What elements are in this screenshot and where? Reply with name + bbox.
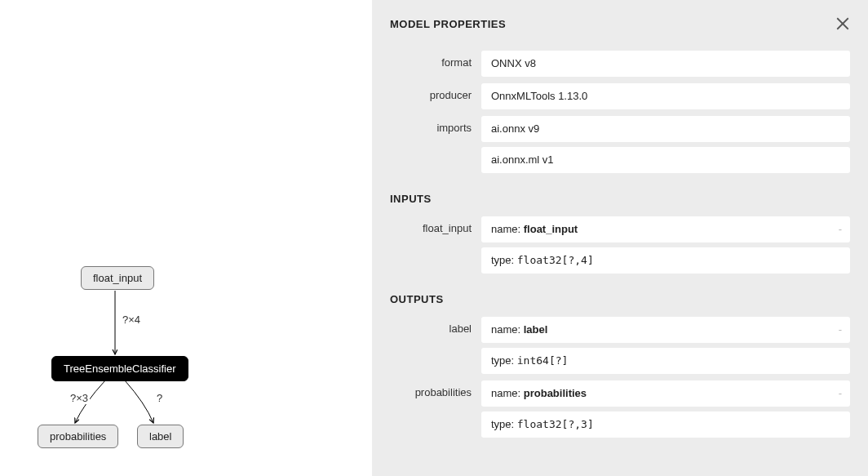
type-value: float32[?,3] [517, 418, 594, 430]
meta-value-producer[interactable]: OnnxMLTools 1.13.0 [481, 83, 850, 109]
output-row-probabilities: probabilities name: probabilities - type… [390, 380, 850, 438]
input-name-float-input[interactable]: name: float_input - [481, 216, 850, 242]
graph-node-input[interactable]: float_input [81, 266, 154, 290]
panel-header: MODEL PROPERTIES [390, 16, 850, 31]
output-type-label[interactable]: type: int64[?] [481, 348, 850, 374]
input-label-float-input: float_input [390, 216, 481, 234]
meta-row-imports: imports ai.onnx v9 ai.onnx.ml v1 [390, 116, 850, 173]
name-value: label [524, 323, 548, 336]
graph-edge-label-op-prob: ?×3 [69, 392, 90, 404]
graph-pane[interactable]: float_input ?×4 TreeEnsembleClassifier ?… [0, 0, 372, 476]
type-value: float32[?,4] [517, 254, 594, 266]
name-prefix: name: [491, 323, 524, 336]
collapse-dash-icon[interactable]: - [839, 323, 842, 337]
meta-row-format: format ONNX v8 [390, 51, 850, 77]
graph-edge-label-op-label: ? [155, 392, 164, 404]
meta-row-producer: producer OnnxMLTools 1.13.0 [390, 83, 850, 109]
section-label-inputs: INPUTS [390, 193, 850, 205]
section-label-outputs: OUTPUTS [390, 293, 850, 305]
graph-node-probabilities-label: probabilities [50, 430, 106, 443]
name-prefix: name: [491, 223, 524, 235]
type-value: int64[?] [517, 354, 569, 367]
meta-value-format[interactable]: ONNX v8 [481, 51, 850, 77]
graph-node-probabilities[interactable]: probabilities [38, 425, 118, 448]
collapse-dash-icon[interactable]: - [839, 386, 842, 401]
output-row-label: label name: label - type: int64[?] [390, 317, 850, 374]
type-prefix: type: [491, 418, 517, 430]
graph-node-label-label: label [149, 430, 171, 443]
properties-panel[interactable]: MODEL PROPERTIES format ONNX v8 producer… [372, 0, 868, 476]
output-label-probabilities: probabilities [390, 380, 481, 398]
close-icon[interactable] [835, 16, 850, 31]
meta-label-format: format [390, 51, 481, 69]
name-value: float_input [524, 223, 578, 235]
collapse-dash-icon[interactable]: - [839, 222, 842, 237]
type-prefix: type: [491, 354, 517, 367]
meta-value-imports-0[interactable]: ai.onnx v9 [481, 116, 850, 142]
graph-node-op-label: TreeEnsembleClassifier [64, 363, 176, 375]
output-name-label[interactable]: name: label - [481, 317, 850, 343]
name-value: probabilities [524, 387, 587, 399]
input-row-float-input: float_input name: float_input - type: fl… [390, 216, 850, 274]
output-name-probabilities[interactable]: name: probabilities - [481, 380, 850, 407]
meta-label-imports: imports [390, 116, 481, 134]
name-prefix: name: [491, 387, 524, 399]
graph-node-op[interactable]: TreeEnsembleClassifier [51, 356, 188, 381]
meta-value-imports-1[interactable]: ai.onnx.ml v1 [481, 147, 850, 173]
graph-node-input-label: float_input [93, 272, 142, 284]
input-type-float-input[interactable]: type: float32[?,4] [481, 247, 850, 274]
output-type-probabilities[interactable]: type: float32[?,3] [481, 411, 850, 438]
graph-edge-label-input-op: ?×4 [121, 314, 142, 326]
graph-node-label[interactable]: label [137, 425, 184, 448]
meta-label-producer: producer [390, 83, 481, 101]
type-prefix: type: [491, 254, 517, 266]
graph-edges-svg [0, 0, 372, 476]
panel-title: MODEL PROPERTIES [390, 18, 506, 30]
output-label-label: label [390, 317, 481, 335]
